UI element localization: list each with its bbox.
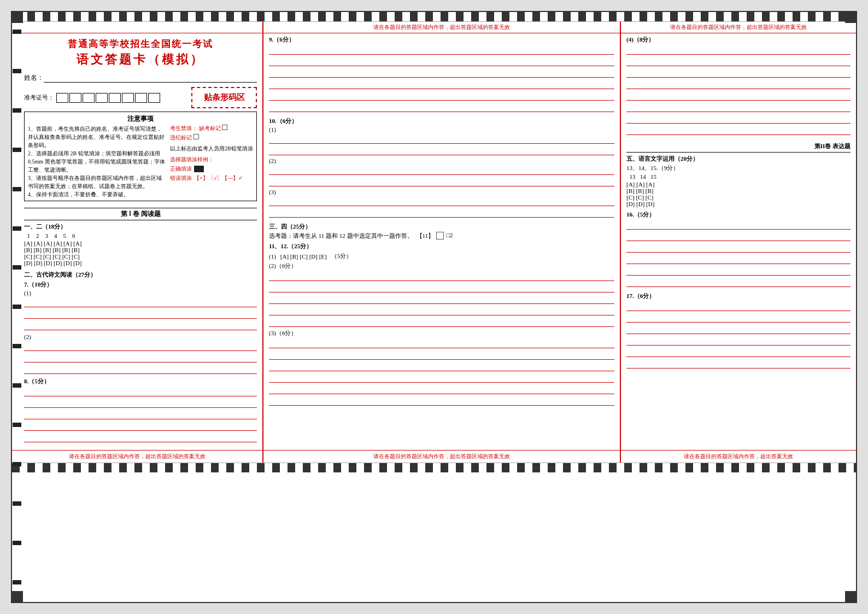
choice2-line1[interactable] bbox=[269, 271, 614, 281]
q4-line8[interactable] bbox=[626, 125, 851, 135]
checkbox-11[interactable] bbox=[436, 232, 444, 239]
q10-line1[interactable] bbox=[269, 134, 614, 144]
choice3-line5[interactable] bbox=[269, 384, 614, 394]
name-input-line[interactable] bbox=[44, 74, 257, 83]
q7-line4[interactable] bbox=[24, 341, 257, 351]
q10-sub1: (1) bbox=[269, 126, 614, 133]
q7-line5[interactable] bbox=[24, 353, 257, 362]
id-box[interactable] bbox=[122, 93, 134, 103]
choice2-line4[interactable] bbox=[269, 306, 614, 315]
q16-line6[interactable] bbox=[626, 277, 851, 287]
id-box[interactable] bbox=[96, 93, 108, 103]
id-box[interactable] bbox=[135, 93, 147, 103]
q16-line1[interactable] bbox=[626, 220, 851, 230]
q10-line5[interactable] bbox=[269, 196, 614, 206]
q10-line2[interactable] bbox=[269, 145, 614, 155]
q4-line7[interactable] bbox=[626, 114, 851, 124]
answer2-row-b: [B] [B] [B] bbox=[626, 188, 851, 194]
q9-line4[interactable] bbox=[269, 79, 614, 89]
q17-line2[interactable] bbox=[626, 313, 851, 323]
q8-line2[interactable] bbox=[24, 398, 257, 408]
q10-line3[interactable] bbox=[269, 165, 614, 175]
answer-grid-2: [A] [A] [A] [B] [B] [B] [C] [C] [C] [D] … bbox=[626, 181, 851, 207]
wrong-fill-row: 错误填涂 【×】〔√〕【—】✓ bbox=[170, 174, 253, 182]
id-box[interactable] bbox=[56, 93, 68, 103]
q7-sub1: (1) bbox=[24, 290, 257, 296]
q10-line6[interactable] bbox=[269, 208, 614, 218]
q10-section: 10.（6分） (1) (2) (3) bbox=[269, 117, 614, 219]
answer-row-d: [D] [D] [D] [D] [D] [D] bbox=[24, 260, 257, 266]
q9-line3[interactable] bbox=[269, 68, 614, 78]
side-mark bbox=[13, 108, 21, 113]
q17-line3[interactable] bbox=[626, 324, 851, 334]
id-box[interactable] bbox=[69, 93, 81, 103]
id-box[interactable] bbox=[148, 93, 160, 103]
q4-line3[interactable] bbox=[626, 68, 851, 78]
name-label: 姓名： bbox=[24, 73, 44, 83]
q9-line1[interactable] bbox=[269, 45, 614, 55]
answer2-row-c: [C] [C] [C] bbox=[626, 194, 851, 201]
q4-line1[interactable] bbox=[626, 45, 851, 55]
q7-line1[interactable] bbox=[24, 297, 257, 307]
q16-line5[interactable] bbox=[626, 266, 851, 276]
part1-title: 一、二（18分） bbox=[24, 223, 257, 231]
q9-line5[interactable] bbox=[269, 91, 614, 101]
q4-line2[interactable] bbox=[626, 56, 851, 66]
q8-section: 8.（5分） bbox=[24, 377, 257, 442]
missing-mark-box bbox=[222, 125, 227, 130]
choice-options: [A] [B] [C] [D] [E] bbox=[280, 253, 327, 260]
q8-line3[interactable] bbox=[24, 410, 257, 419]
q4-line4[interactable] bbox=[626, 79, 851, 89]
q16-line3[interactable] bbox=[626, 243, 851, 253]
student-info: 姓名： 准考证号： bbox=[24, 73, 257, 108]
title-area: 普通高等学校招生全国统一考试 语文答题卡（模拟） bbox=[24, 38, 257, 68]
q11-12-title: 11、12.（25分） bbox=[269, 242, 614, 250]
correct-fill-box bbox=[194, 166, 204, 172]
q9-line6[interactable] bbox=[269, 102, 614, 112]
q7-line3[interactable] bbox=[24, 320, 257, 330]
barcode-area: 贴条形码区 bbox=[191, 87, 257, 108]
q8-line4[interactable] bbox=[24, 421, 257, 431]
choice2-line2[interactable] bbox=[269, 283, 614, 293]
left-panel: 普通高等学校招生全国统一考试 语文答题卡（模拟） 姓名： 准考证号： bbox=[12, 33, 263, 450]
q8-line5[interactable] bbox=[24, 432, 257, 442]
choice3-line4[interactable] bbox=[269, 373, 614, 383]
sample-label: 选择题填涂样例： bbox=[170, 156, 253, 163]
id-row: 准考证号： 贴条形码区 bbox=[24, 87, 257, 108]
id-box[interactable] bbox=[109, 93, 121, 103]
choice3-line2[interactable] bbox=[269, 350, 614, 360]
q17-title: 17.（6分） bbox=[626, 292, 851, 300]
side-mark bbox=[13, 226, 21, 231]
q7-line2[interactable] bbox=[24, 309, 257, 319]
q17-line6[interactable] bbox=[626, 359, 851, 369]
part5-section: 五、语言文字运用（20分） 13、14、15.（9分） 13 14 15 [A]… bbox=[626, 155, 851, 207]
q9-line2[interactable] bbox=[269, 56, 614, 66]
choice3-line1[interactable] bbox=[269, 338, 614, 348]
top-notice-middle: 请在各题目的答题区域内作答，超出答题区域的答案无效 bbox=[263, 22, 621, 33]
q8-line1[interactable] bbox=[24, 387, 257, 396]
id-box[interactable] bbox=[83, 93, 95, 103]
choice2-line5[interactable] bbox=[269, 317, 614, 327]
part2-section: 二、古代诗文阅读（27分） 7.（10分） (1) (2) 8.（5分） bbox=[24, 271, 257, 446]
q17-line4[interactable] bbox=[626, 336, 851, 346]
notice-item-1: 1、答题前，考生先将自己的姓名、准考证号填写清楚，并认真核查条形码上的姓名、准考… bbox=[28, 125, 166, 149]
q17-line1[interactable] bbox=[626, 301, 851, 311]
q17-section: 17.（6分） bbox=[626, 292, 851, 370]
q-choice-2-label: (2)（6分） bbox=[269, 262, 614, 270]
choice2-line3[interactable] bbox=[269, 294, 614, 304]
choice3-line3[interactable] bbox=[269, 361, 614, 371]
q9-section: 9.（6分） bbox=[269, 36, 614, 114]
q7-sub2: (2) bbox=[24, 334, 257, 340]
q4-line6[interactable] bbox=[626, 102, 851, 112]
choice3-line6[interactable] bbox=[269, 396, 614, 406]
q16-line4[interactable] bbox=[626, 254, 851, 264]
top-notice-right: 请在各题目的答题区域内作答，超出答题区域的答案无效 bbox=[621, 22, 856, 33]
q17-line5[interactable] bbox=[626, 347, 851, 357]
exam-title: 普通高等学校招生全国统一考试 bbox=[24, 38, 257, 50]
q13-15-title: 13、14、15.（9分） bbox=[626, 164, 851, 172]
q16-line2[interactable] bbox=[626, 231, 851, 241]
q7-line6[interactable] bbox=[24, 364, 257, 374]
q8-title: 8.（5分） bbox=[24, 377, 257, 385]
q10-line4[interactable] bbox=[269, 177, 614, 186]
q4-line5[interactable] bbox=[626, 91, 851, 101]
